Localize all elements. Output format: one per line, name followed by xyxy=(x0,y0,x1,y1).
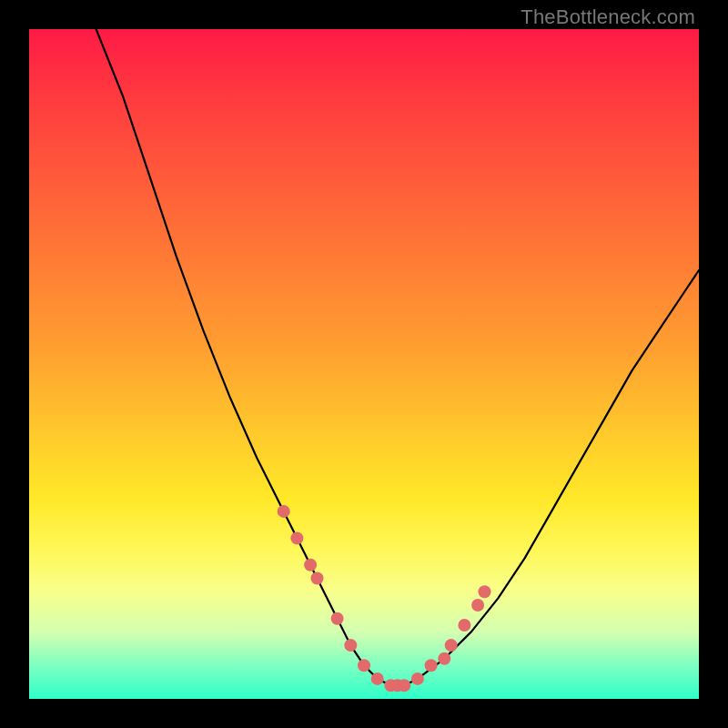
highlight-marker xyxy=(458,619,470,632)
highlight-marker xyxy=(344,639,357,652)
highlight-marker xyxy=(445,639,458,652)
highlight-marker xyxy=(304,559,317,571)
highlight-marker xyxy=(411,672,424,685)
highlight-marker xyxy=(290,531,303,544)
chart-frame: TheBottleneck.com xyxy=(0,0,728,728)
watermark-text: TheBottleneck.com xyxy=(521,5,695,29)
curve-svg xyxy=(29,29,699,699)
highlight-marker xyxy=(371,672,384,685)
highlight-marker xyxy=(278,505,290,518)
highlight-marker xyxy=(398,679,410,692)
highlight-marker xyxy=(471,599,484,612)
bottleneck-curve xyxy=(96,29,699,685)
highlight-marker xyxy=(311,572,324,585)
highlight-marker xyxy=(331,612,344,625)
highlight-marker xyxy=(479,585,491,598)
highlight-marker xyxy=(425,659,438,672)
plot-area xyxy=(29,29,699,699)
highlight-markers xyxy=(278,505,491,692)
highlight-marker xyxy=(358,659,370,672)
highlight-marker xyxy=(438,652,450,665)
